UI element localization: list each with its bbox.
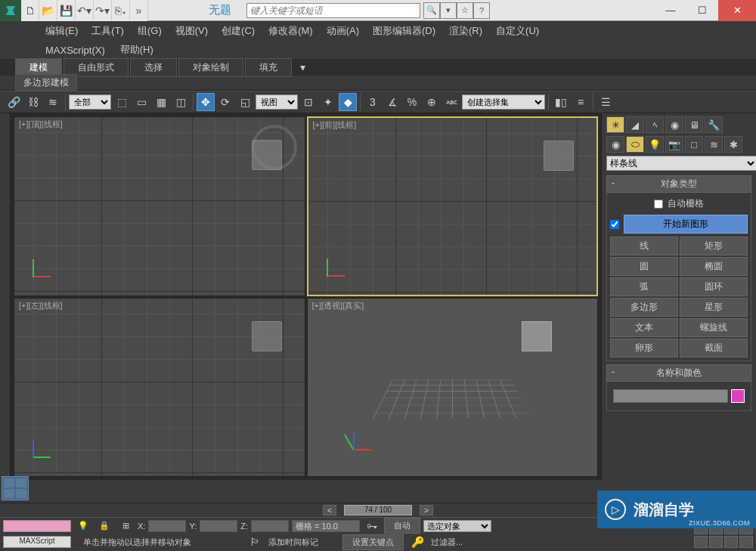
shapes-icon[interactable]: ⬭ xyxy=(626,136,644,153)
snap-percent-icon[interactable]: % xyxy=(403,93,421,111)
link-icon[interactable]: 🔗 xyxy=(5,93,23,111)
rollout-object-type[interactable]: 对象类型 xyxy=(606,175,751,193)
close-button[interactable]: ✕ xyxy=(718,0,756,21)
window-crossing-icon[interactable]: ◫ xyxy=(172,93,190,111)
viewport-label[interactable]: [+][透视][真实] xyxy=(312,300,364,311)
autogrid-checkbox[interactable] xyxy=(654,200,663,209)
systems-icon[interactable]: ✱ xyxy=(724,136,742,153)
spacewarps-icon[interactable]: ≋ xyxy=(705,136,723,153)
prev-frame-button[interactable]: < xyxy=(323,505,336,515)
shape-star-button[interactable]: 星形 xyxy=(680,298,748,317)
manipulate-icon[interactable]: ✦ xyxy=(319,93,337,111)
geometry-icon[interactable]: ◉ xyxy=(606,136,624,153)
qat-expand-icon[interactable]: » xyxy=(130,0,148,21)
x-field[interactable] xyxy=(148,520,186,532)
utilities-tab-icon[interactable]: 🔧 xyxy=(705,116,723,133)
rotate-icon[interactable]: ⟳ xyxy=(216,93,234,111)
help-icon[interactable]: ? xyxy=(473,2,490,19)
menu-tools[interactable]: 工具(T) xyxy=(91,24,124,38)
left-dock-strip[interactable] xyxy=(0,113,11,480)
helpers-icon[interactable]: □ xyxy=(685,136,703,153)
object-color-swatch[interactable] xyxy=(731,389,745,403)
snap-angle-icon[interactable]: 3 xyxy=(364,93,382,111)
shape-line-button[interactable]: 线 xyxy=(610,237,678,255)
frame-indicator[interactable]: 74 / 100 xyxy=(344,505,412,515)
selection-filter-select[interactable]: 全部 xyxy=(69,94,111,110)
selection-color-swatch[interactable] xyxy=(3,520,71,532)
menu-customize[interactable]: 自定义(U) xyxy=(496,24,539,38)
undo-icon[interactable]: ↶▾ xyxy=(76,0,94,21)
pivot-icon[interactable]: ⊡ xyxy=(299,93,318,111)
lights-icon[interactable]: 💡 xyxy=(646,136,664,153)
xyz-icon[interactable]: ⊞ xyxy=(116,517,135,535)
pan-icon[interactable] xyxy=(694,536,708,548)
move-icon[interactable]: ✥ xyxy=(197,93,215,111)
next-frame-button[interactable]: > xyxy=(420,505,433,515)
viewport-label[interactable]: [+][前][线框] xyxy=(313,119,357,131)
shape-circle-button[interactable]: 圆 xyxy=(610,257,678,276)
align-icon[interactable]: ≡ xyxy=(572,93,590,111)
layers-icon[interactable]: ☰ xyxy=(596,93,615,111)
viewport-perspective[interactable]: [+][透视][真实] xyxy=(307,298,599,478)
key-lock-icon[interactable]: 🗝 xyxy=(363,517,381,535)
viewcube-icon[interactable] xyxy=(252,140,282,170)
app-icon[interactable] xyxy=(0,0,21,21)
shape-egg-button[interactable]: 卵形 xyxy=(610,339,678,358)
menu-create[interactable]: 创建(C) xyxy=(222,24,255,38)
save-icon[interactable]: 💾 xyxy=(57,0,76,21)
key-filter-select[interactable]: 选定对象 xyxy=(423,520,491,532)
ribbon-collapse-icon[interactable]: ▾ xyxy=(293,58,311,76)
viewport-label[interactable]: [+][顶][线框] xyxy=(19,119,63,130)
select-icon[interactable]: ⬚ xyxy=(113,93,131,111)
mirror-icon[interactable]: ▮▯ xyxy=(552,93,570,111)
viewcube-icon[interactable] xyxy=(544,141,574,171)
start-new-shape-button[interactable]: 开始新图形 xyxy=(624,215,748,234)
object-name-field[interactable] xyxy=(613,389,728,403)
z-field[interactable] xyxy=(251,520,289,532)
ribbon-sub-label[interactable]: 多边形建模 xyxy=(15,74,77,91)
menu-views[interactable]: 视图(V) xyxy=(175,24,208,38)
new-icon[interactable]: 🗋 xyxy=(21,0,39,21)
setkey-button[interactable]: 设置关键点 xyxy=(342,534,404,550)
create-tab-icon[interactable]: ✳ xyxy=(606,116,624,133)
maximize-button[interactable]: ☐ xyxy=(686,0,718,21)
help-drop-icon[interactable]: ▾ xyxy=(440,2,457,19)
filters-label[interactable]: 过滤器... xyxy=(431,537,463,548)
display-tab-icon[interactable]: 🖥 xyxy=(685,116,703,133)
coord-system-select[interactable]: 视图 xyxy=(256,94,298,110)
shape-ngon-button[interactable]: 多边形 xyxy=(610,298,678,317)
shape-type-select[interactable]: 样条线 xyxy=(606,156,756,171)
viewport-front[interactable]: [+][前][线框] xyxy=(307,116,599,296)
search-input[interactable] xyxy=(246,3,420,18)
walk-icon[interactable] xyxy=(724,536,738,548)
maximize-vp-icon[interactable] xyxy=(739,536,753,548)
open-icon[interactable]: 📂 xyxy=(39,0,57,21)
shape-section-button[interactable]: 截面 xyxy=(680,339,748,358)
newshape-checkbox[interactable] xyxy=(610,220,619,229)
add-time-tag-label[interactable]: 添加时间标记 xyxy=(268,537,318,548)
viewcube-icon[interactable] xyxy=(252,321,282,351)
menu-help[interactable]: 帮助(H) xyxy=(120,43,153,57)
cameras-icon[interactable]: 📷 xyxy=(665,136,683,153)
motion-tab-icon[interactable]: ◉ xyxy=(665,116,683,133)
ribbon-tab-populate[interactable]: 填充 xyxy=(245,58,292,77)
menu-group[interactable]: 组(G) xyxy=(138,24,162,38)
orbit-icon[interactable] xyxy=(709,536,723,548)
menu-grapheditors[interactable]: 图形编辑器(D) xyxy=(373,24,435,38)
viewport-top[interactable]: [+][顶][线框] xyxy=(14,116,305,296)
keyboard-shortcut-icon[interactable]: ◆ xyxy=(339,93,357,111)
key-icon[interactable]: 🔑 xyxy=(408,533,426,551)
rollout-name-color[interactable]: 名称和颜色 xyxy=(606,364,751,382)
snap-spinner-icon[interactable]: ⊕ xyxy=(423,93,441,111)
menu-rendering[interactable]: 渲染(R) xyxy=(449,24,482,38)
shape-arc-button[interactable]: 弧 xyxy=(610,277,678,296)
ribbon-tab-selection[interactable]: 选择 xyxy=(130,58,177,77)
shape-donut-button[interactable]: 圆环 xyxy=(680,277,748,296)
scale-icon[interactable]: ◱ xyxy=(236,93,254,111)
shape-helix-button[interactable]: 螺旋线 xyxy=(680,318,748,337)
bind-flow-icon[interactable]: ≋ xyxy=(44,93,62,111)
shape-text-button[interactable]: 文本 xyxy=(610,318,678,337)
autokey-button[interactable]: 自动 xyxy=(384,518,420,534)
maxscript-listener-button[interactable]: MAXScript xyxy=(3,536,71,548)
select-name-icon[interactable]: ▭ xyxy=(132,93,150,111)
